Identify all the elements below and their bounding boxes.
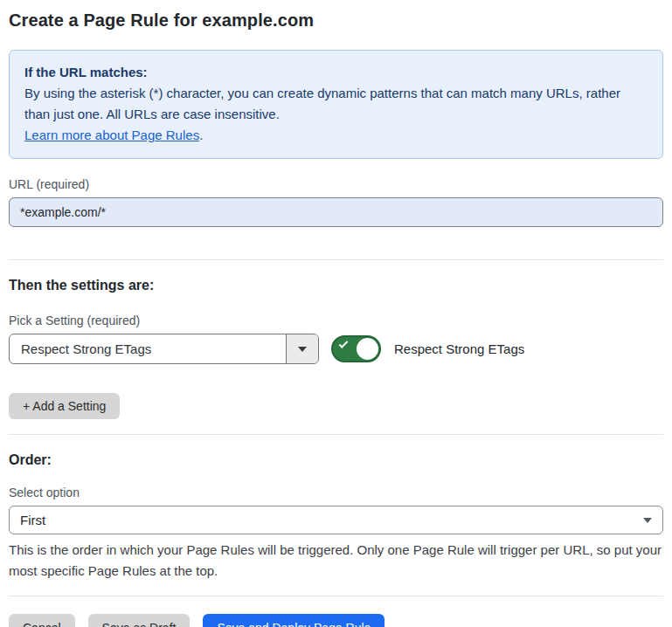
- caret-down-icon: [298, 347, 307, 352]
- page-title: Create a Page Rule for example.com: [9, 10, 663, 31]
- divider-bottom: [9, 596, 663, 596]
- settings-section-heading: Then the settings are:: [9, 278, 663, 293]
- order-select-label: Select option: [9, 486, 663, 500]
- cancel-button[interactable]: Cancel: [9, 614, 75, 627]
- setting-dropdown-arrow-button[interactable]: [286, 334, 318, 363]
- order-section-heading: Order:: [9, 452, 663, 468]
- setting-dropdown-value: Respect Strong ETags: [10, 334, 286, 363]
- add-setting-button[interactable]: + Add a Setting: [9, 393, 120, 419]
- setting-toggle-label: Respect Strong ETags: [394, 341, 524, 356]
- page-rule-form: Create a Page Rule for example.com If th…: [0, 0, 672, 627]
- divider-top: [9, 259, 663, 260]
- learn-more-link[interactable]: Learn more about Page Rules: [24, 127, 199, 142]
- setting-row: Respect Strong ETags Respect Strong ETag…: [9, 334, 663, 364]
- url-field-label: URL (required): [9, 177, 663, 191]
- actions-row: Cancel Save as Draft Save and Deploy Pag…: [9, 614, 663, 627]
- info-box-body: By using the asterisk (*) character, you…: [24, 86, 620, 121]
- info-box-heading: If the URL matches:: [24, 62, 648, 83]
- save-deploy-button[interactable]: Save and Deploy Page Rule: [203, 614, 384, 627]
- setting-dropdown[interactable]: Respect Strong ETags: [9, 334, 319, 364]
- save-draft-button[interactable]: Save as Draft: [88, 614, 191, 627]
- order-select[interactable]: First: [9, 506, 663, 534]
- chevron-down-icon: [643, 518, 652, 523]
- url-input[interactable]: [9, 197, 663, 227]
- toggle-knob: [357, 338, 378, 360]
- check-icon: [339, 339, 349, 348]
- setting-toggle[interactable]: [331, 335, 381, 362]
- order-select-value: First: [20, 513, 45, 527]
- order-help-text: This is the order in which your Page Rul…: [9, 540, 663, 582]
- link-period: .: [199, 127, 203, 142]
- pick-setting-label: Pick a Setting (required): [9, 314, 663, 327]
- url-match-info-box: If the URL matches: By using the asteris…: [9, 50, 663, 159]
- divider-middle: [9, 434, 663, 435]
